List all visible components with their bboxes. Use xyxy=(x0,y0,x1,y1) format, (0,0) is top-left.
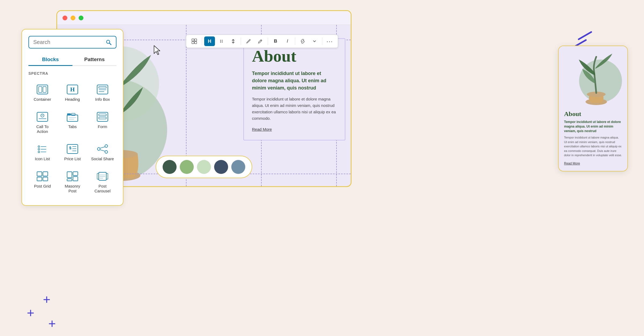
swatch-dark-green[interactable] xyxy=(163,160,177,174)
content-subtitle: Tempor incididunt ut labore et dolore ma… xyxy=(252,70,337,92)
color-swatches xyxy=(156,156,252,178)
browser-dot-yellow[interactable] xyxy=(71,16,75,20)
block-item-post-carousel[interactable]: Post Carousel xyxy=(89,167,116,197)
svg-point-5 xyxy=(222,40,223,41)
mobile-read-more-link[interactable]: Read More xyxy=(564,162,580,165)
svg-rect-58 xyxy=(99,172,106,180)
svg-point-4 xyxy=(220,40,221,41)
toolbar-divider-5 xyxy=(322,38,322,45)
container-label: Container xyxy=(34,97,51,102)
search-bar xyxy=(28,36,116,48)
block-item-form[interactable]: Form xyxy=(89,107,116,137)
social-share-label: Social Share xyxy=(91,156,114,161)
toolbar-bold-btn[interactable]: B xyxy=(270,36,281,46)
svg-point-45 xyxy=(105,145,108,147)
block-item-social-share[interactable]: Social Share xyxy=(89,139,116,165)
svg-rect-56 xyxy=(73,177,78,181)
browser-dot-red[interactable] xyxy=(63,16,67,20)
toolbar-pencil-btn[interactable] xyxy=(255,36,266,46)
toolbar-move-btn[interactable] xyxy=(228,36,239,46)
svg-rect-1 xyxy=(195,39,197,41)
toolbar-transform-btn[interactable] xyxy=(189,36,200,46)
svg-rect-32 xyxy=(99,114,106,116)
swatch-dark-blue[interactable] xyxy=(214,160,228,174)
plus-icon-1: + xyxy=(43,293,50,306)
svg-rect-2 xyxy=(192,42,194,44)
svg-rect-33 xyxy=(99,117,106,119)
toolbar-chevron-btn[interactable] xyxy=(309,36,320,46)
content-title: About xyxy=(252,47,337,65)
svg-rect-55 xyxy=(73,172,78,176)
toolbar-brush-btn[interactable] xyxy=(243,36,254,46)
info-box-icon xyxy=(96,84,109,95)
svg-rect-23 xyxy=(37,112,48,121)
mobile-card-title: About xyxy=(564,110,622,118)
blocks-panel: Blocks Patterns SPECTRA Container H xyxy=(21,29,123,206)
svg-point-24 xyxy=(41,114,44,117)
svg-text:$: $ xyxy=(69,146,71,150)
toolbar-options-btn[interactable]: ··· xyxy=(324,36,335,46)
svg-point-46 xyxy=(97,148,100,150)
svg-rect-0 xyxy=(192,39,194,41)
search-icon-btn[interactable] xyxy=(106,39,112,45)
block-item-cta[interactable]: Call To Action xyxy=(28,107,56,137)
svg-rect-57 xyxy=(67,179,72,181)
svg-rect-15 xyxy=(39,87,42,92)
block-item-post-masonry[interactable]: Masonry Post xyxy=(58,167,86,197)
form-label: Form xyxy=(98,124,107,129)
browser-dot-green[interactable] xyxy=(79,16,83,20)
svg-rect-40 xyxy=(67,144,78,154)
svg-text:H: H xyxy=(70,86,75,93)
post-masonry-label: Masonry Post xyxy=(61,184,84,193)
mobile-card-body: About Tempor incididunt ut labore et dol… xyxy=(559,105,627,171)
svg-point-7 xyxy=(222,41,223,42)
toolbar-divider-4 xyxy=(295,38,295,45)
toolbar-drag-btn[interactable] xyxy=(216,36,227,46)
toolbar-divider-2 xyxy=(241,38,241,45)
mobile-card-text: Tempor incididunt ut labore magna aliqua… xyxy=(564,135,622,158)
svg-point-6 xyxy=(220,41,221,42)
block-item-tabs[interactable]: Tabs xyxy=(58,107,86,137)
svg-rect-26 xyxy=(67,115,78,121)
editor-toolbar: H xyxy=(186,35,338,48)
toolbar-heading-btn[interactable]: H xyxy=(204,36,215,46)
plus-icon-3: + xyxy=(48,317,56,330)
svg-point-38 xyxy=(38,151,40,153)
block-item-post-grid[interactable]: Post Grid xyxy=(28,167,56,197)
search-input[interactable] xyxy=(33,39,104,45)
read-more-link[interactable]: Read More xyxy=(252,127,272,132)
post-carousel-label: Post Carousel xyxy=(91,184,114,193)
mobile-card-subtitle: Tempor incididunt ut labore et dolore ma… xyxy=(564,120,622,133)
swatch-muted-blue[interactable] xyxy=(231,160,245,174)
toolbar-divider-3 xyxy=(268,38,268,45)
block-item-heading[interactable]: H Heading xyxy=(58,80,86,105)
toolbar-link-btn[interactable] xyxy=(297,36,308,46)
block-item-info-box[interactable]: Info Box xyxy=(89,80,116,105)
deco-line-1 xyxy=(578,31,592,40)
content-block: About Tempor incididunt ut labore et dol… xyxy=(243,38,345,140)
block-item-container[interactable]: Container xyxy=(28,80,56,105)
cta-label: Call To Action xyxy=(31,124,54,134)
swatch-light-green[interactable] xyxy=(180,160,194,174)
panel-tabs: Blocks Patterns xyxy=(28,54,116,66)
post-masonry-icon xyxy=(66,171,79,182)
svg-line-48 xyxy=(100,147,105,148)
tab-patterns[interactable]: Patterns xyxy=(72,54,116,65)
svg-point-8 xyxy=(220,42,221,43)
plus-icon-2: + xyxy=(27,307,34,319)
content-body: Tempor incididunt ut labore et dolore ma… xyxy=(252,96,337,122)
svg-rect-27 xyxy=(67,113,71,115)
post-carousel-icon xyxy=(96,171,109,182)
block-item-price-list[interactable]: $ Price List xyxy=(58,139,86,165)
icon-list-icon xyxy=(36,144,49,154)
toolbar-italic-btn[interactable]: I xyxy=(282,36,293,46)
swatch-pale-green[interactable] xyxy=(197,160,211,174)
mobile-card-image xyxy=(559,46,627,105)
block-item-icon-list[interactable]: Icon List xyxy=(28,139,56,165)
svg-rect-19 xyxy=(97,85,108,94)
toolbar-divider-1 xyxy=(202,38,202,45)
svg-rect-20 xyxy=(99,87,106,88)
svg-rect-52 xyxy=(37,177,42,181)
form-icon xyxy=(96,111,109,122)
tab-blocks[interactable]: Blocks xyxy=(28,54,72,66)
